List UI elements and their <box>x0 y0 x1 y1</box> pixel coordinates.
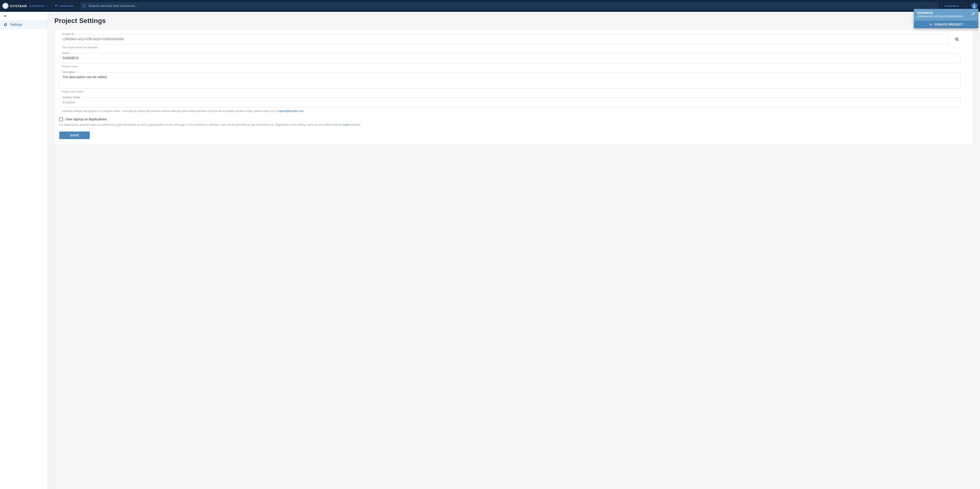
settings-card: Project ID c29f38e6-c6c0-42f6-9a20-0188c… <box>54 29 973 145</box>
sandbox-mode-field: Sandbox Mode Enabled <box>59 97 960 108</box>
field-group-name: Name Project name <box>59 53 960 68</box>
top-navbar: OYSTEHR CONSOLE SERVICES SANDBOX <box>0 0 980 12</box>
signup-checkbox-row: User signup on Applications <box>59 117 960 121</box>
sidebar: Settings <box>0 12 48 489</box>
save-button-label: SAVE <box>70 133 79 137</box>
svg-rect-2 <box>55 6 56 6</box>
project-id-helper: This value cannot be changed <box>59 46 960 49</box>
sandbox-helper-pre: Indicates whether the project is in sand… <box>62 110 277 113</box>
save-button[interactable]: SAVE <box>59 132 90 139</box>
sandbox-helper-post: . <box>304 110 304 113</box>
svg-point-6 <box>974 5 975 6</box>
sidebar-collapse-row <box>0 12 48 21</box>
project-dropdown-name: SANDBOX <box>917 11 963 14</box>
caret-up-icon <box>961 5 964 7</box>
field-group-description: Description Project description <box>59 72 960 93</box>
main-layout: Settings Project Settings Project ID c29… <box>0 12 980 489</box>
project-id-field: Project ID c29f38e6-c6c0-42f6-9a20-0188c… <box>59 34 948 44</box>
search-input[interactable] <box>88 4 932 8</box>
project-dropdown-id: c29f38e6-c6c0-42f6-9a20-0188cb9d549c <box>917 15 963 18</box>
user-icon <box>972 4 977 8</box>
dashboard-icon <box>55 4 58 8</box>
name-field-wrapper: Name <box>59 53 960 63</box>
project-selector-button[interactable]: SANDBOX <box>942 3 967 9</box>
name-input[interactable] <box>62 56 957 60</box>
svg-rect-0 <box>55 5 56 5</box>
sidebar-item-label: Settings <box>10 23 22 27</box>
signup-checkbox-label: User signup on Applications <box>65 117 107 121</box>
services-button[interactable]: SERVICES <box>51 3 78 9</box>
page-title: Project Settings <box>54 17 973 25</box>
invite-link[interactable]: invite <box>343 123 349 126</box>
copy-project-id-button[interactable] <box>953 36 960 43</box>
signup-checkbox[interactable] <box>59 117 63 121</box>
sandbox-mode-label: Sandbox Mode <box>62 96 81 99</box>
project-dropdown-panel: SANDBOX c29f38e6-c6c0-42f6-9a20-0188cb9d… <box>914 9 978 28</box>
copy-icon <box>955 37 959 41</box>
pencil-icon[interactable] <box>972 12 975 16</box>
signup-helper-text: For Applications, whether users are perm… <box>59 123 960 127</box>
signup-helper-pre: For Applications, whether users are perm… <box>59 123 343 126</box>
brand-name: OYSTEHR <box>10 4 27 8</box>
sidebar-item-settings[interactable]: Settings <box>0 21 48 29</box>
field-group-sandbox-mode: Sandbox Mode Enabled Indicates whether t… <box>59 97 960 113</box>
description-label: Description <box>62 71 76 73</box>
support-email-link[interactable]: support@oystehr.com <box>277 110 304 113</box>
sandbox-mode-value: Enabled <box>62 100 957 104</box>
name-label: Name <box>62 52 70 55</box>
project-dropdown-item[interactable]: SANDBOX c29f38e6-c6c0-42f6-9a20-0188cb9d… <box>914 9 978 21</box>
user-avatar[interactable] <box>971 3 977 9</box>
create-project-button[interactable]: CREATE PROJECT <box>914 21 978 28</box>
svg-point-4 <box>83 5 85 7</box>
gear-icon <box>3 22 8 27</box>
project-selector-label: SANDBOX <box>945 5 959 8</box>
search-bar[interactable] <box>80 2 939 10</box>
services-button-label: SERVICES <box>60 5 75 8</box>
svg-line-5 <box>85 7 86 8</box>
description-input[interactable] <box>62 75 957 84</box>
caret-down-icon[interactable] <box>934 5 937 7</box>
collapse-icon[interactable] <box>3 14 7 18</box>
svg-rect-1 <box>57 5 57 5</box>
plus-icon <box>929 23 932 26</box>
svg-rect-3 <box>57 6 57 6</box>
brand-console-label: CONSOLE <box>30 5 45 8</box>
field-group-project-id: Project ID c29f38e6-c6c0-42f6-9a20-0188c… <box>59 34 960 49</box>
signup-helper-post: endpoint. <box>349 123 361 126</box>
name-helper: Project name <box>59 65 960 68</box>
sandbox-mode-helper: Indicates whether the project is in sand… <box>59 109 960 113</box>
description-field-wrapper: Description <box>59 72 960 89</box>
search-icon <box>82 4 86 8</box>
content-area: Project Settings Project ID c29f38e6-c6c… <box>48 12 980 489</box>
brand-logo-icon <box>3 3 8 9</box>
project-id-label: Project ID <box>62 33 75 36</box>
description-helper: Project description <box>59 90 960 93</box>
create-project-label: CREATE PROJECT <box>935 23 963 26</box>
brand: OYSTEHR CONSOLE <box>3 3 45 9</box>
project-id-value: c29f38e6-c6c0-42f6-9a20-0188cb9d549c <box>62 37 945 41</box>
